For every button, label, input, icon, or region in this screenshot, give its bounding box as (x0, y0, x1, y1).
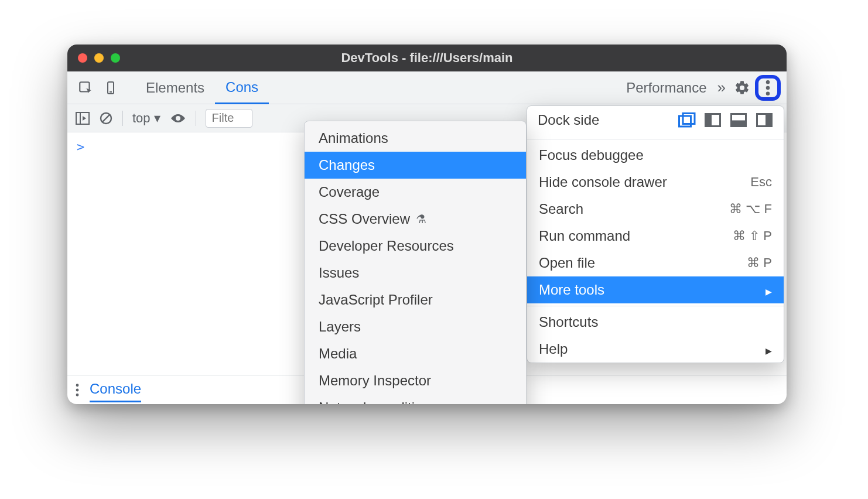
dock-side-label: Dock side (538, 112, 599, 128)
svg-rect-15 (683, 114, 695, 124)
drawer-kebab-icon[interactable] (76, 384, 79, 397)
tool-issues[interactable]: Issues (305, 259, 526, 286)
devtools-tabstrip: Elements Cons Performance » (67, 71, 787, 104)
drawer-tab-console[interactable]: Console (90, 381, 141, 402)
close-window-button[interactable] (78, 53, 87, 63)
menu-open-file[interactable]: Open file⌘ P (527, 249, 784, 276)
zoom-window-button[interactable] (111, 53, 120, 63)
dock-right-icon[interactable] (756, 112, 773, 128)
tab-performance[interactable]: Performance (616, 71, 709, 104)
svg-point-11 (76, 384, 79, 387)
settings-icon[interactable] (734, 80, 750, 96)
minimize-window-button[interactable] (94, 53, 104, 63)
tool-developer-resources[interactable]: Developer Resources (305, 233, 526, 259)
submenu-arrow-icon (766, 341, 772, 357)
chevron-down-icon: ▾ (154, 111, 160, 126)
highlight-ring (755, 75, 781, 101)
window-controls (78, 53, 120, 63)
tool-javascript-profiler[interactable]: JavaScript Profiler (305, 286, 526, 313)
svg-marker-8 (83, 116, 86, 121)
menu-search[interactable]: Search⌘ ⌥ F (527, 196, 784, 223)
filter-input[interactable]: Filte (206, 109, 252, 128)
tool-animations[interactable]: Animations (305, 125, 526, 152)
svg-rect-19 (732, 121, 746, 127)
tool-layers[interactable]: Layers (305, 313, 526, 340)
clear-console-icon[interactable] (99, 111, 113, 125)
context-label: top (132, 111, 151, 126)
live-expression-icon[interactable] (170, 112, 186, 124)
menu-focus-debuggee[interactable]: Focus debuggee (527, 142, 784, 169)
inspect-element-icon[interactable] (78, 80, 93, 95)
menu-hide-console-drawer[interactable]: Hide console drawerEsc (527, 169, 784, 196)
devtools-window: DevTools - file:///Users/main Elements C… (67, 45, 787, 404)
context-selector[interactable]: top ▾ (132, 111, 160, 126)
customize-devtools-button[interactable] (755, 75, 781, 101)
tool-changes[interactable]: Changes (305, 152, 526, 179)
filter-placeholder: Filte (212, 111, 234, 125)
toolbar-separator (122, 111, 123, 126)
dock-bottom-icon[interactable] (730, 112, 747, 128)
toolbar-separator (196, 111, 196, 126)
svg-rect-21 (767, 114, 772, 127)
submenu-arrow-icon (766, 282, 772, 298)
tool-network-conditions[interactable]: Network conditions (305, 394, 526, 404)
svg-rect-14 (679, 116, 691, 127)
dock-left-icon[interactable] (704, 112, 722, 128)
menu-shortcuts[interactable]: Shortcuts (527, 309, 784, 336)
svg-line-10 (102, 115, 110, 122)
svg-point-13 (76, 393, 79, 396)
tabs-overflow-button[interactable]: » (709, 78, 734, 97)
menu-separator (527, 139, 784, 139)
tool-media[interactable]: Media (305, 340, 526, 367)
more-tools-submenu: Animations Changes Coverage CSS Overview… (304, 121, 527, 404)
window-titlebar: DevTools - file:///Users/main (67, 45, 787, 71)
dock-undock-icon[interactable] (678, 112, 696, 128)
tab-elements[interactable]: Elements (135, 71, 215, 104)
menu-help[interactable]: Help (527, 336, 784, 363)
tool-css-overview[interactable]: CSS Overview⚗ (305, 206, 526, 233)
dock-side-row: Dock side (527, 106, 784, 136)
svg-rect-17 (706, 114, 711, 127)
menu-run-command[interactable]: Run command⌘ ⇧ P (527, 223, 784, 249)
tab-console[interactable]: Cons (215, 72, 269, 104)
customize-menu: Dock side Focus debuggee Hide console dr… (527, 105, 784, 363)
window-title: DevTools - file:///Users/main (67, 50, 787, 66)
svg-point-12 (76, 388, 79, 391)
device-toolbar-icon[interactable] (104, 80, 118, 95)
experiment-flask-icon: ⚗ (416, 212, 426, 226)
sidebar-toggle-icon[interactable] (76, 112, 90, 125)
menu-separator (527, 306, 784, 306)
tool-coverage[interactable]: Coverage (305, 179, 526, 206)
tool-memory-inspector[interactable]: Memory Inspector (305, 367, 526, 394)
menu-more-tools[interactable]: More tools (527, 276, 784, 303)
